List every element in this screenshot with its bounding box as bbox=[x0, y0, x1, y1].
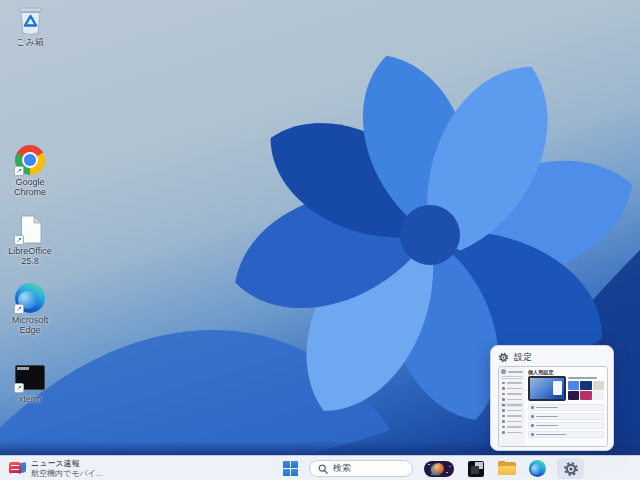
mini-page-heading: 個人用設定 bbox=[528, 369, 593, 374]
windows-logo-icon bbox=[283, 461, 290, 468]
settings-window-thumbnail[interactable]: 個人用設定 bbox=[498, 366, 608, 447]
taskbar-xterm-button[interactable] bbox=[461, 458, 491, 479]
preview-app-title: 設定 bbox=[514, 351, 532, 364]
mini-settings-row bbox=[528, 413, 604, 420]
mini-search-box bbox=[501, 376, 523, 379]
settings-gear-icon bbox=[498, 352, 509, 363]
desktop-icon-xterm[interactable]: ↗ xterm bbox=[2, 360, 58, 405]
windows-logo-icon bbox=[291, 469, 298, 476]
taskbar: ニュース速報 航空機内でモバイ... 検索 bbox=[0, 455, 640, 480]
mini-settings-row bbox=[528, 431, 604, 438]
microsoft-edge-icon: ↗ bbox=[13, 281, 47, 315]
settings-taskbar-preview[interactable]: 設定 個人用設定 bbox=[490, 345, 614, 451]
desktop-icon-label: xterm bbox=[19, 395, 42, 405]
desktop-icon-label: ごみ箱 bbox=[16, 38, 43, 48]
mini-theme-picker bbox=[568, 376, 604, 401]
edge-button[interactable] bbox=[529, 458, 546, 479]
mini-settings-row bbox=[528, 404, 604, 411]
folder-icon bbox=[498, 461, 516, 476]
file-explorer-button[interactable] bbox=[491, 458, 523, 479]
mini-settings-row bbox=[528, 422, 604, 429]
theme-tile bbox=[593, 391, 604, 400]
desktop-icon-recycle-bin[interactable]: ごみ箱 bbox=[2, 3, 58, 48]
theme-tile bbox=[568, 381, 579, 390]
settings-button[interactable] bbox=[557, 458, 584, 479]
search-placeholder: 検索 bbox=[333, 462, 351, 475]
shortcut-arrow-icon: ↗ bbox=[14, 304, 24, 314]
account-avatar bbox=[501, 369, 506, 374]
desktop-icon-libreoffice[interactable]: ↗ LibreOffice 25.8 bbox=[2, 212, 58, 267]
settings-mini-main: 個人用設定 bbox=[525, 367, 607, 446]
mini-nav-personalization-selected bbox=[501, 403, 523, 407]
xterm-window-icon bbox=[468, 461, 484, 477]
desktop-icon-label: LibreOffice 25.8 bbox=[2, 247, 58, 267]
widgets-news-button[interactable]: ニュース速報 航空機内でモバイ... bbox=[5, 458, 106, 479]
planet-icon bbox=[424, 461, 454, 477]
theme-tile bbox=[580, 381, 591, 390]
taskbar-search-box[interactable]: 検索 bbox=[309, 460, 413, 477]
theme-tile bbox=[580, 391, 591, 400]
settings-mini-sidebar bbox=[499, 367, 525, 446]
shortcut-arrow-icon: ↗ bbox=[14, 383, 24, 393]
screen: ごみ箱 ↗ Google Chrome ↗ LibreOffice 25.8 ↗… bbox=[0, 0, 640, 480]
shortcut-arrow-icon: ↗ bbox=[14, 235, 24, 245]
windows-logo-icon bbox=[291, 461, 298, 468]
settings-gear-icon bbox=[563, 461, 579, 477]
start-button[interactable] bbox=[283, 461, 298, 476]
libreoffice-document-icon: ↗ bbox=[13, 212, 47, 246]
search-icon bbox=[318, 464, 328, 474]
widgets-planet-button[interactable] bbox=[424, 458, 461, 479]
theme-tile bbox=[593, 381, 604, 390]
news-icon bbox=[9, 460, 26, 477]
desktop-icon-microsoft-edge[interactable]: ↗ Microsoft Edge bbox=[2, 281, 58, 336]
desktop-icon-label: Microsoft Edge bbox=[2, 316, 58, 336]
news-headline-subtitle: 航空機内でモバイ... bbox=[31, 469, 102, 478]
news-headline-title: ニュース速報 bbox=[31, 459, 102, 469]
edge-icon bbox=[529, 460, 546, 477]
mini-wallpaper-preview bbox=[528, 376, 566, 401]
xterm-terminal-icon: ↗ bbox=[13, 360, 47, 394]
desktop-icon-google-chrome[interactable]: ↗ Google Chrome bbox=[2, 143, 58, 198]
shortcut-arrow-icon: ↗ bbox=[14, 166, 24, 176]
theme-tile bbox=[568, 391, 579, 400]
recycle-bin-icon bbox=[13, 3, 47, 37]
desktop-icon-label: Google Chrome bbox=[2, 178, 58, 198]
taskbar-app-icons bbox=[424, 458, 584, 479]
google-chrome-icon: ↗ bbox=[13, 143, 47, 177]
windows-logo-icon bbox=[283, 469, 290, 476]
preview-header: 設定 bbox=[498, 350, 606, 364]
